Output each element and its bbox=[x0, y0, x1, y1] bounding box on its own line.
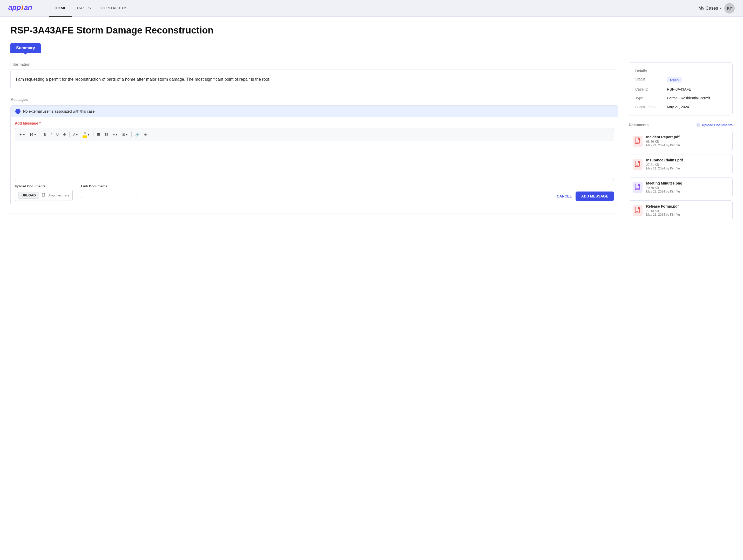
upload-row: UPLOAD Drop files here bbox=[15, 190, 73, 201]
detail-type-row: Type Permit - Residential Permit bbox=[635, 96, 726, 100]
appian-svg-logo: app i an bbox=[8, 3, 37, 12]
doc-name-1: Insurance Claims.pdf bbox=[646, 158, 728, 162]
required-marker: * bbox=[38, 121, 41, 125]
doc-name-2: Meeting Minutes.png bbox=[646, 181, 728, 185]
clear-btn[interactable]: ⊘ bbox=[142, 131, 149, 138]
svg-text:PDF: PDF bbox=[636, 141, 639, 143]
right-column: Details Status Open Case ID RSP-3A43AFE … bbox=[629, 62, 733, 220]
messages-notice: i No external user is associated with th… bbox=[11, 106, 618, 117]
ordered-list-btn[interactable]: ☷ bbox=[103, 131, 110, 138]
magic-toolbar-btn[interactable]: ✦ ▾ bbox=[17, 131, 27, 138]
type-key: Type bbox=[635, 96, 664, 100]
detail-submitted-row: Submitted On May 21, 2024 bbox=[635, 105, 726, 109]
avatar[interactable]: KY bbox=[724, 3, 735, 13]
cancel-button[interactable]: CANCEL bbox=[557, 194, 572, 198]
messages-section: Messages i No external user is associate… bbox=[10, 98, 618, 205]
my-cases-label: My Cases bbox=[698, 6, 718, 11]
detail-caseid-row: Case ID RSP-3A43AFE bbox=[635, 87, 726, 91]
page-title: RSP-3A43AFE Storm Damage Reconstruction bbox=[10, 25, 733, 36]
submitted-key: Submitted On bbox=[635, 105, 664, 109]
type-value: Permit - Residential Permit bbox=[667, 96, 710, 100]
information-text: I am requesting a permit for the reconst… bbox=[16, 76, 613, 83]
doc-card-2[interactable]: PNG Meeting Minutes.png 70.79 KBMay 21, … bbox=[629, 177, 733, 197]
status-key: Status bbox=[635, 77, 664, 81]
message-form: Add Message * ✦ ▾ 16 ▾ B I U S bbox=[11, 117, 618, 205]
upload-section: Upload Documents UPLOAD Drop files here bbox=[15, 184, 73, 201]
svg-text:an: an bbox=[24, 3, 32, 11]
link-section: Link Documents bbox=[81, 184, 138, 198]
underline-btn[interactable]: U bbox=[54, 131, 61, 138]
nav-right: My Cases ▾ KY bbox=[698, 3, 735, 13]
doc-card-3[interactable]: PDF Release Forms.pdf 71.13 KBMay 21, 20… bbox=[629, 200, 733, 220]
details-card: Details Status Open Case ID RSP-3A43AFE … bbox=[629, 62, 733, 115]
chevron-down-icon: ▾ bbox=[719, 6, 721, 10]
nav-contact-us[interactable]: CONTACT US bbox=[96, 0, 133, 16]
doc-meta-2: 70.79 KBMay 21, 2024 by Kim Yu bbox=[646, 186, 728, 193]
document-list: PDF Incident Report.pdf 68.86 KBMay 21, … bbox=[629, 131, 733, 220]
upload-area: Upload Documents UPLOAD Drop files here bbox=[15, 184, 614, 201]
doc-card-1[interactable]: PDF Insurance Claims.pdf 27.31 KBMay 21,… bbox=[629, 154, 733, 174]
doc-name-3: Release Forms.pdf bbox=[646, 204, 728, 208]
message-editor[interactable] bbox=[15, 141, 614, 180]
upload-icon: ↑ bbox=[696, 123, 700, 127]
doc-card-0[interactable]: PDF Incident Report.pdf 68.86 KBMay 21, … bbox=[629, 131, 733, 151]
my-cases-button[interactable]: My Cases ▾ bbox=[698, 6, 721, 11]
summary-tab[interactable]: Summary bbox=[10, 43, 41, 53]
text-color-btn[interactable]: A ▾ bbox=[71, 131, 80, 138]
divider bbox=[10, 214, 618, 214]
logo-text: app i an bbox=[8, 3, 37, 14]
strikethrough-btn[interactable]: S bbox=[61, 131, 68, 138]
add-message-button[interactable]: ADD MESSAGE bbox=[575, 191, 614, 201]
font-size-btn[interactable]: 16 ▾ bbox=[28, 131, 38, 138]
link-input[interactable] bbox=[81, 190, 138, 198]
information-label: Information bbox=[10, 62, 618, 66]
link-section-label: Link Documents bbox=[81, 184, 138, 188]
doc-icon-0: PDF bbox=[633, 136, 643, 147]
appian-logo[interactable]: app i an bbox=[8, 3, 37, 14]
two-column-layout: Information I am requesting a permit for… bbox=[10, 62, 733, 220]
caseid-key: Case ID bbox=[635, 87, 664, 91]
left-column: Information I am requesting a permit for… bbox=[10, 62, 618, 220]
messages-label: Messages bbox=[10, 98, 618, 102]
doc-info-2: Meeting Minutes.png 70.79 KBMay 21, 2024… bbox=[646, 181, 728, 193]
doc-icon-2: PNG bbox=[633, 182, 643, 193]
caseid-value: RSP-3A43AFE bbox=[667, 87, 691, 91]
doc-meta-3: 71.13 KBMay 21, 2024 by Kim Yu bbox=[646, 209, 728, 217]
align-btn[interactable]: ≡ ▾ bbox=[111, 131, 120, 138]
link-btn[interactable]: 🔗 bbox=[133, 131, 141, 138]
rich-text-toolbar: ✦ ▾ 16 ▾ B I U S A ▾ bbox=[15, 128, 614, 141]
main-content: RSP-3A43AFE Storm Damage Reconstruction … bbox=[0, 16, 743, 560]
doc-icon-1: PDF bbox=[633, 159, 643, 170]
upload-btn[interactable]: UPLOAD bbox=[18, 192, 39, 198]
detail-status-row: Status Open bbox=[635, 77, 726, 83]
italic-btn[interactable]: I bbox=[49, 131, 54, 138]
status-badge: Open bbox=[667, 77, 682, 83]
nav-home[interactable]: HOME bbox=[49, 0, 72, 16]
bold-btn[interactable]: B bbox=[42, 131, 48, 138]
documents-title: Documents bbox=[629, 123, 649, 127]
svg-text:i: i bbox=[21, 3, 24, 11]
add-message-label: Add Message * bbox=[15, 121, 614, 125]
doc-info-1: Insurance Claims.pdf 27.31 KBMay 21, 202… bbox=[646, 158, 728, 170]
drop-files-text: Drop files here bbox=[42, 193, 70, 197]
svg-text:PDF: PDF bbox=[636, 165, 639, 166]
doc-meta-0: 68.86 KBMay 21, 2024 by Kim Yu bbox=[646, 140, 728, 147]
table-btn[interactable]: ⊞ ▾ bbox=[120, 131, 130, 138]
svg-text:PDF: PDF bbox=[636, 211, 639, 212]
documents-header: Documents ↑ Upload Documents bbox=[629, 123, 733, 127]
doc-name-0: Incident Report.pdf bbox=[646, 135, 728, 139]
messages-box: i No external user is associated with th… bbox=[10, 105, 618, 205]
upload-documents-button[interactable]: ↑ Upload Documents bbox=[696, 123, 733, 127]
highlight-btn[interactable]: A ▾ bbox=[81, 130, 92, 139]
info-icon: i bbox=[15, 109, 20, 114]
svg-text:PNG: PNG bbox=[636, 188, 639, 189]
file-icon bbox=[42, 193, 46, 197]
bullet-list-btn[interactable]: ☰ bbox=[95, 131, 102, 138]
nav-cases[interactable]: CASES bbox=[72, 0, 96, 16]
doc-icon-3: PDF bbox=[633, 205, 643, 216]
toolbar-separator-3 bbox=[93, 132, 93, 137]
highlight-swatch bbox=[83, 135, 87, 138]
upload-section-label: Upload Documents bbox=[15, 184, 73, 188]
toolbar-separator-4 bbox=[131, 132, 132, 137]
submitted-value: May 21, 2024 bbox=[667, 105, 689, 109]
